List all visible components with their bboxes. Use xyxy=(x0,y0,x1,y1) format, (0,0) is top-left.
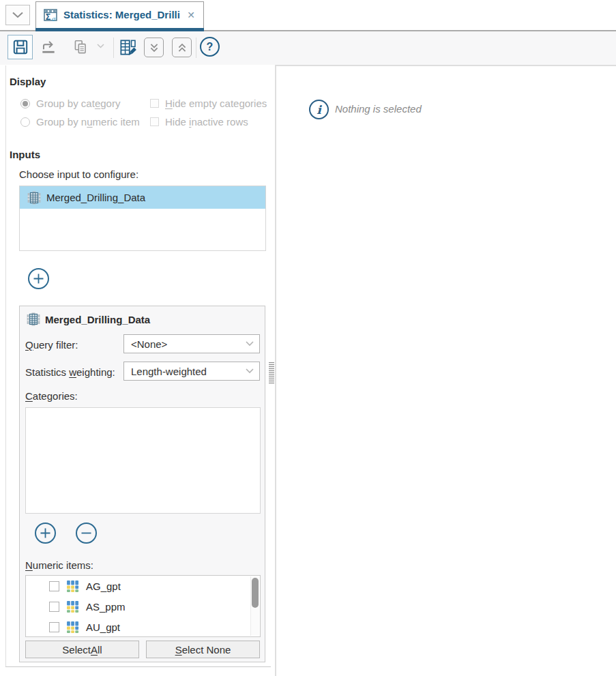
select-none-button[interactable]: Select None xyxy=(146,641,260,658)
display-heading: Display xyxy=(10,76,46,87)
chevron-down-icon xyxy=(12,12,24,18)
tab-close-icon[interactable]: ✕ xyxy=(186,9,196,21)
edit-table-button[interactable] xyxy=(115,35,140,59)
numeric-items-listbox[interactable]: AG_gpt AS_ppm xyxy=(25,575,261,637)
toolbar-separator xyxy=(113,38,114,58)
input-item-label: Merged_Drilling_Data xyxy=(46,192,145,203)
plus-icon xyxy=(40,527,51,539)
copy-menu-chevron-icon[interactable] xyxy=(97,44,104,48)
query-filter-label: Query filter: xyxy=(25,339,78,351)
radio-group-by-category[interactable]: Group by category xyxy=(20,98,120,109)
numeric-items-label: Numeric items: xyxy=(25,559,93,571)
double-chevron-up-icon xyxy=(175,40,190,55)
statistics-weighting-select[interactable]: Length-weighted xyxy=(123,362,260,381)
tab-bar: Σ σ Statistics: Merged_Drilli… ✕ xyxy=(0,0,616,31)
statistics-weighting-value: Length-weighted xyxy=(131,366,246,377)
chevron-down-icon xyxy=(246,368,254,374)
save-button[interactable] xyxy=(8,35,33,59)
input-listbox[interactable]: Merged_Drilling_Data xyxy=(19,186,266,251)
checkbox-icon xyxy=(150,99,159,108)
checkbox[interactable] xyxy=(49,602,59,612)
checkbox-hide-empty-categories[interactable]: Hide empty categories xyxy=(150,98,267,109)
input-list-item[interactable]: Merged_Drilling_Data xyxy=(20,186,265,209)
copy-button[interactable] xyxy=(68,35,93,59)
nothing-selected-message: Nothing is selected xyxy=(335,103,422,115)
numeric-item-row[interactable]: AU_gpt xyxy=(26,617,260,637)
add-input-button[interactable] xyxy=(28,268,49,289)
question-mark-icon: ? xyxy=(207,41,214,53)
add-category-button[interactable] xyxy=(35,523,56,544)
remove-category-button[interactable] xyxy=(76,523,97,544)
numeric-item-label: AU_gpt xyxy=(86,621,120,633)
categories-label: Categories: xyxy=(25,390,78,402)
info-icon: i xyxy=(309,100,329,119)
minus-icon xyxy=(80,527,92,539)
panel-splitter-handle[interactable] xyxy=(269,362,274,384)
radio-icon xyxy=(20,99,30,108)
numeric-item-row[interactable]: AG_gpt xyxy=(26,576,260,596)
checkbox[interactable] xyxy=(49,622,59,632)
export-button[interactable] xyxy=(36,35,61,59)
numeric-item-label: AS_ppm xyxy=(86,601,126,613)
table-pencil-icon xyxy=(119,38,137,57)
groupbox-header: Merged_Drilling_Data xyxy=(27,312,150,326)
checkbox-label: Hide empty categories xyxy=(165,98,267,109)
groupbox-title: Merged_Drilling_Data xyxy=(45,314,150,325)
statistics-weighting-label: Statistics weighting: xyxy=(25,366,115,378)
statistics-tool-window: Σ σ Statistics: Merged_Drilli… ✕ xyxy=(0,0,616,676)
numeric-column-icon xyxy=(66,580,79,593)
choose-input-label: Choose input to configure: xyxy=(19,168,138,180)
toolbar: ? xyxy=(0,31,616,65)
inputs-heading: Inputs xyxy=(10,149,40,160)
collapse-all-button[interactable] xyxy=(144,38,164,57)
checkbox[interactable] xyxy=(49,581,59,591)
radio-label: Group by numeric item xyxy=(36,116,140,128)
categories-listbox[interactable] xyxy=(25,407,261,514)
svg-text:Σ: Σ xyxy=(46,12,50,21)
radio-label: Group by category xyxy=(36,98,120,109)
svg-text:σ: σ xyxy=(52,15,56,22)
query-filter-value: <None> xyxy=(131,338,246,350)
numeric-list-scrollbar[interactable] xyxy=(250,576,259,636)
help-button[interactable]: ? xyxy=(200,37,220,57)
toolbar-separator xyxy=(196,38,196,58)
numeric-column-icon xyxy=(66,621,79,634)
radio-group-by-numeric-item[interactable]: Group by numeric item xyxy=(20,116,140,128)
data-table-icon xyxy=(27,312,40,326)
numeric-item-label: AG_gpt xyxy=(86,581,121,592)
data-table-icon xyxy=(27,191,41,205)
save-icon xyxy=(12,38,29,56)
expand-all-button[interactable] xyxy=(172,38,192,57)
checkbox-icon xyxy=(150,117,159,126)
double-chevron-down-icon xyxy=(147,40,162,55)
tab-statistics[interactable]: Σ σ Statistics: Merged_Drilli… ✕ xyxy=(35,1,204,31)
query-filter-select[interactable]: <None> xyxy=(123,334,260,353)
detail-panel: i Nothing is selected xyxy=(275,65,616,676)
select-all-button[interactable]: Select All xyxy=(25,641,139,658)
active-tab-indicator xyxy=(35,28,204,31)
input-config-groupbox: Merged_Drilling_Data Query filter: <None… xyxy=(19,306,265,662)
chevron-down-icon xyxy=(246,341,254,347)
tab-overflow-button[interactable] xyxy=(5,5,30,25)
left-panel-border xyxy=(5,65,6,667)
numeric-item-row[interactable]: AS_ppm xyxy=(26,596,260,617)
statistics-table-icon: Σ σ xyxy=(43,8,58,23)
numeric-column-icon xyxy=(66,600,79,613)
scrollbar-thumb[interactable] xyxy=(252,578,259,608)
checkbox-hide-inactive-rows[interactable]: Hide inactive rows xyxy=(150,116,248,128)
left-panel-border xyxy=(5,666,271,667)
plus-icon xyxy=(33,273,44,284)
checkbox-label: Hide inactive rows xyxy=(165,116,248,128)
copy-icon xyxy=(72,38,89,56)
radio-icon xyxy=(20,117,30,127)
export-arrow-icon xyxy=(40,38,57,56)
tab-title: Statistics: Merged_Drilli… xyxy=(63,9,180,20)
